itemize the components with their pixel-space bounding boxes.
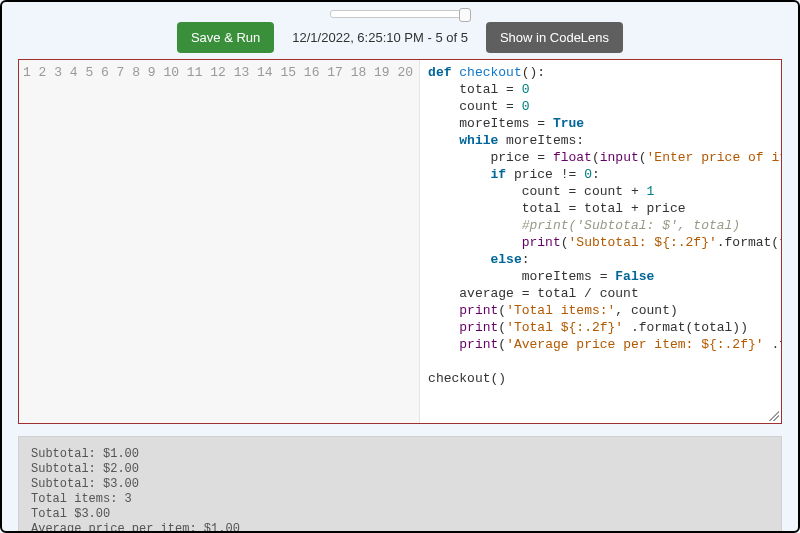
slider-thumb[interactable] <box>459 8 471 22</box>
line-gutter: 1 2 3 4 5 6 7 8 9 10 11 12 13 14 15 16 1… <box>19 60 420 423</box>
output-panel: Subtotal: $1.00 Subtotal: $2.00 Subtotal… <box>18 436 782 533</box>
save-run-button[interactable]: Save & Run <box>177 22 274 53</box>
toolbar: Save & Run 12/1/2022, 6:25:10 PM - 5 of … <box>18 10 782 53</box>
history-slider[interactable] <box>330 10 470 18</box>
app-frame: Save & Run 12/1/2022, 6:25:10 PM - 5 of … <box>0 0 800 533</box>
code-editor[interactable]: 1 2 3 4 5 6 7 8 9 10 11 12 13 14 15 16 1… <box>18 59 782 424</box>
show-codelens-button[interactable]: Show in CodeLens <box>486 22 623 53</box>
run-info-label: 12/1/2022, 6:25:10 PM - 5 of 5 <box>288 30 472 45</box>
resize-handle-icon[interactable] <box>769 411 779 421</box>
code-area[interactable]: def checkout(): total = 0 count = 0 more… <box>420 60 781 423</box>
toolbar-buttons: Save & Run 12/1/2022, 6:25:10 PM - 5 of … <box>177 22 623 53</box>
